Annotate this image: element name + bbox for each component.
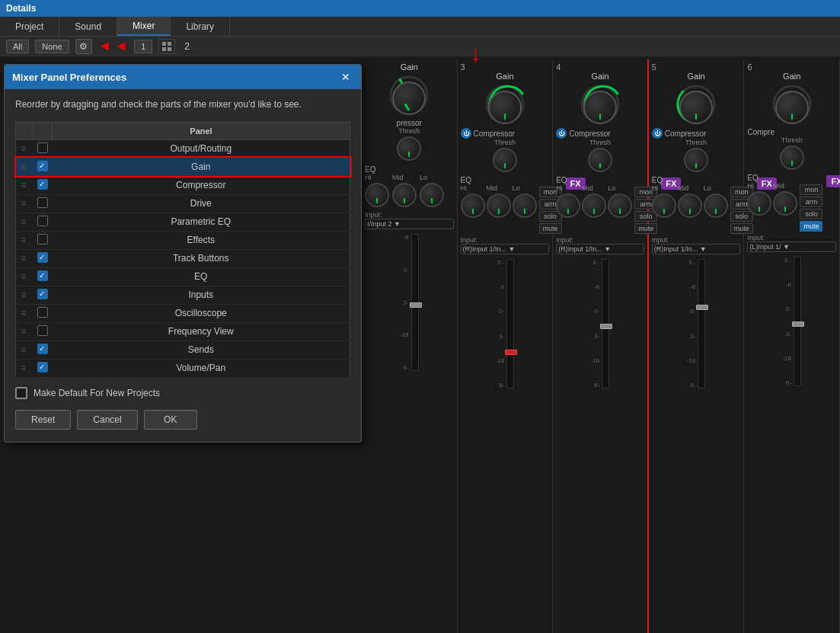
ok-button[interactable]: OK xyxy=(144,410,197,430)
row-checkbox[interactable] xyxy=(37,344,48,354)
row-checkbox[interactable] xyxy=(37,252,48,263)
ch2-hi-knob[interactable] xyxy=(365,183,389,207)
row-checkbox-cell[interactable] xyxy=(33,213,53,231)
tab-library[interactable]: Library xyxy=(171,17,230,36)
drag-handle[interactable]: ≡ xyxy=(16,249,33,267)
ch6-gain-knob-wrap[interactable] xyxy=(771,84,813,125)
drag-handle[interactable]: ≡ xyxy=(16,194,33,213)
ch5-thresh-knob[interactable] xyxy=(684,148,708,172)
drag-handle[interactable]: ≡ xyxy=(16,304,33,322)
drag-handle[interactable]: ≡ xyxy=(16,340,33,359)
ch3-fader-track[interactable] xyxy=(506,259,514,388)
row-checkbox-cell[interactable] xyxy=(33,231,53,249)
ch4-fader-track[interactable] xyxy=(602,259,609,388)
ch6-arm-btn[interactable]: arm xyxy=(800,197,822,207)
ch3-hi-knob[interactable] xyxy=(461,193,485,218)
ch4-comp-power[interactable]: ⏻ xyxy=(556,128,567,139)
ch2-fader-thumb[interactable] xyxy=(410,302,422,308)
ch2-thresh-knob[interactable] xyxy=(394,135,424,165)
grid-view-button[interactable] xyxy=(158,39,175,54)
row-checkbox-cell[interactable] xyxy=(33,194,53,213)
row-checkbox[interactable] xyxy=(37,179,48,190)
row-checkbox-cell[interactable] xyxy=(33,340,53,359)
row-checkbox[interactable] xyxy=(37,142,48,153)
ch3-gain-knob-wrap[interactable] xyxy=(484,84,525,125)
ch6-mon-btn[interactable]: mon xyxy=(800,184,822,195)
all-button[interactable]: All xyxy=(6,40,29,53)
ch6-mid-knob[interactable] xyxy=(773,191,797,216)
reset-button[interactable]: Reset xyxy=(15,410,71,430)
tab-sound[interactable]: Sound xyxy=(59,17,117,36)
row-checkbox[interactable] xyxy=(37,307,48,318)
ch6-hi-knob[interactable] xyxy=(747,191,771,216)
row-checkbox-cell[interactable] xyxy=(33,286,53,304)
ch3-lo-knob[interactable] xyxy=(513,193,537,218)
dialog-close-button[interactable]: ✕ xyxy=(338,69,353,85)
tab-project[interactable]: Project xyxy=(0,17,59,36)
settings-gear-button[interactable]: ⚙ xyxy=(75,39,92,54)
row-checkbox-cell[interactable] xyxy=(33,322,53,340)
row-checkbox[interactable] xyxy=(37,197,48,208)
drag-handle[interactable]: ≡ xyxy=(16,213,33,231)
ch4-lo-knob[interactable] xyxy=(608,193,632,218)
drag-handle[interactable]: ≡ xyxy=(16,176,33,194)
row-checkbox-cell[interactable] xyxy=(33,249,53,267)
row-checkbox[interactable] xyxy=(37,325,48,336)
drag-handle[interactable]: ≡ xyxy=(16,158,33,176)
ch6-fader-track[interactable] xyxy=(794,257,801,386)
ch3-comp-power[interactable]: ⏻ xyxy=(461,128,471,139)
ch6-fx-btn[interactable]: FX xyxy=(826,175,840,187)
ch5-gain-knob-wrap[interactable] xyxy=(676,84,717,125)
row-checkbox-cell[interactable] xyxy=(33,359,53,377)
row-checkbox[interactable] xyxy=(37,270,48,281)
ch4-hi-knob[interactable] xyxy=(556,193,580,218)
ch5-lo-knob[interactable] xyxy=(704,193,728,218)
ch5-fader-track[interactable] xyxy=(698,259,705,388)
ch4-mid-knob[interactable] xyxy=(582,193,606,218)
ch5-fader-thumb[interactable] xyxy=(696,305,708,310)
ch2-lo-knob[interactable] xyxy=(420,183,444,207)
ch3-mid-knob[interactable] xyxy=(487,193,511,218)
ch4-gain-knob-wrap[interactable] xyxy=(580,84,621,125)
ch6-thresh-knob[interactable] xyxy=(780,145,804,170)
row-checkbox[interactable] xyxy=(37,161,48,171)
ch4-thresh-knob[interactable] xyxy=(588,148,612,172)
drag-handle[interactable]: ≡ xyxy=(16,286,33,304)
drag-handle[interactable]: ≡ xyxy=(16,231,33,249)
cancel-button[interactable]: Cancel xyxy=(77,410,137,430)
row-checkbox[interactable] xyxy=(37,216,48,226)
row-checkbox-cell[interactable] xyxy=(33,158,53,176)
ch4-input-select[interactable]: (R)Input 1/In... ▼ xyxy=(556,244,644,254)
none-button[interactable]: None xyxy=(35,40,69,53)
drag-handle[interactable]: ≡ xyxy=(16,359,33,377)
ch3-fader-thumb[interactable] xyxy=(505,350,517,355)
channel-number-box[interactable]: 1 xyxy=(134,40,152,53)
ch4-fader-thumb[interactable] xyxy=(600,324,612,329)
ch2-input-select[interactable]: I/Input 2 ▼ xyxy=(365,219,454,229)
ch2-fader-track[interactable] xyxy=(411,234,419,371)
ch6-input-select[interactable]: (L)Input 1/ ▼ xyxy=(747,241,836,252)
ch5-comp-power[interactable]: ⏻ xyxy=(652,128,663,139)
ch5-mid-knob[interactable] xyxy=(678,193,702,218)
ch5-input-select[interactable]: (R)Input 1/In... ▼ xyxy=(652,244,741,254)
ch5-hi-knob[interactable] xyxy=(652,193,676,218)
drag-handle[interactable]: ≡ xyxy=(16,267,33,286)
drag-handle[interactable]: ≡ xyxy=(16,139,33,158)
drag-handle[interactable]: ≡ xyxy=(16,322,33,340)
ch3-input-select[interactable]: (R)Input 1/In... ▼ xyxy=(461,244,550,254)
default-project-checkbox[interactable] xyxy=(15,387,27,399)
ch6-mute-btn[interactable]: mute xyxy=(800,221,822,232)
ch2-mid-knob[interactable] xyxy=(392,183,417,207)
row-checkbox[interactable] xyxy=(37,362,48,372)
row-checkbox-cell[interactable] xyxy=(33,139,53,158)
ch3-thresh-knob[interactable] xyxy=(493,148,517,172)
row-checkbox-cell[interactable] xyxy=(33,267,53,286)
row-checkbox-cell[interactable] xyxy=(33,176,53,194)
ch6-fader-thumb[interactable] xyxy=(792,321,804,327)
channel-2-gain-knob[interactable] xyxy=(388,75,430,116)
tab-mixer[interactable]: Mixer xyxy=(117,17,171,36)
row-checkbox[interactable] xyxy=(37,289,48,299)
row-checkbox[interactable] xyxy=(37,234,48,245)
ch6-solo-btn[interactable]: solo xyxy=(800,209,822,219)
row-checkbox-cell[interactable] xyxy=(33,304,53,322)
